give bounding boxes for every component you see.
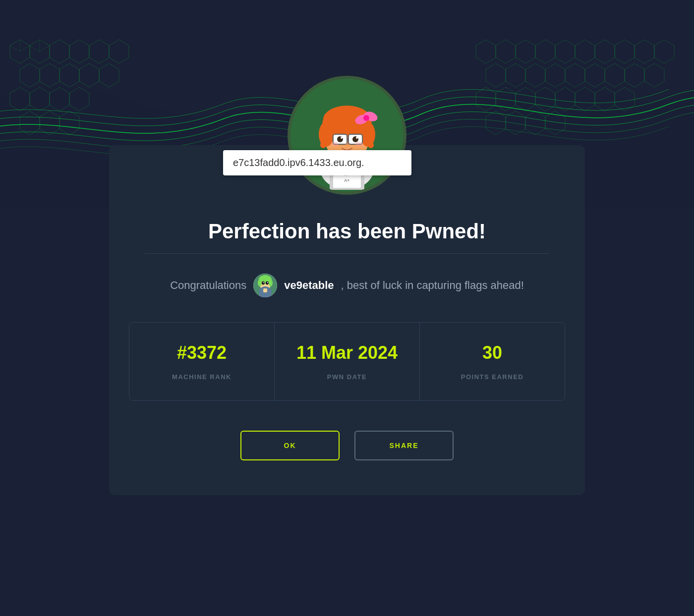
- stat-card-rank: #3372 MACHINE RANK: [129, 323, 275, 400]
- pwn-date-label: PWN DATE: [285, 373, 409, 381]
- svg-point-124: [262, 281, 265, 285]
- character-avatar: REPORT A+ A+ A+: [288, 76, 406, 195]
- pwned-modal: REPORT A+ A+ A+ e7c13fadd0.ipv6.1433.eu.…: [109, 145, 585, 495]
- svg-rect-129: [263, 288, 267, 292]
- svg-point-109: [356, 137, 358, 139]
- stat-card-date: 11 Mar 2024 PWN DATE: [275, 323, 420, 400]
- svg-point-126: [263, 282, 264, 283]
- buttons-row: OK SHARE: [109, 426, 585, 465]
- congrats-line: Congratulations: [109, 274, 585, 297]
- user-avatar: [253, 274, 277, 297]
- svg-point-110: [346, 143, 348, 145]
- stats-row: #3372 MACHINE RANK 11 Mar 2024 PWN DATE …: [129, 322, 565, 401]
- machine-rank-label: MACHINE RANK: [139, 373, 264, 381]
- username-text[interactable]: ve9etable: [284, 279, 334, 292]
- share-button[interactable]: SHARE: [354, 431, 454, 460]
- svg-point-112: [355, 142, 363, 147]
- points-label: POINTS EARNED: [430, 373, 555, 381]
- points-value: 30: [430, 342, 555, 363]
- svg-point-108: [341, 137, 343, 139]
- section-divider: [145, 253, 549, 254]
- svg-point-100: [363, 115, 369, 121]
- svg-point-111: [331, 142, 339, 147]
- svg-point-123: [269, 280, 273, 286]
- svg-point-127: [267, 282, 268, 283]
- machine-rank-value: #3372: [139, 342, 264, 363]
- ip-address-bar: e7c13fadd0.ipv6.1433.eu.org.: [223, 150, 411, 175]
- user-avatar-svg: [253, 274, 277, 297]
- ip-address-text: e7c13fadd0.ipv6.1433.eu.org.: [233, 157, 364, 168]
- svg-point-122: [258, 280, 262, 286]
- svg-point-125: [266, 281, 269, 285]
- svg-text:A+: A+: [344, 178, 349, 183]
- congrats-suffix-text: , best of luck in capturing flags ahead!: [341, 279, 524, 292]
- stat-card-points: 30 POINTS EARNED: [420, 323, 565, 400]
- ok-button[interactable]: OK: [240, 431, 340, 460]
- pwn-date-value: 11 Mar 2024: [285, 342, 409, 363]
- congrats-text: Congratulations: [170, 279, 246, 292]
- pwned-title: Perfection has been Pwned!: [109, 205, 585, 253]
